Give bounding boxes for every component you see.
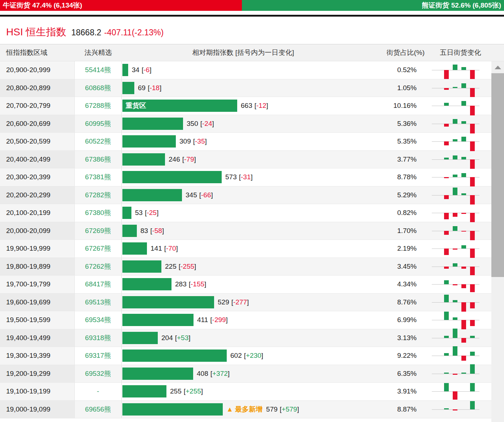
table-body: 20,900-20,999 55414熊 34 [-6] 0.52% 20,80… [0, 61, 504, 418]
range-label: 20,900-20,999 [6, 66, 51, 74]
change-number: -70 [166, 245, 176, 252]
spark-bar-down [470, 284, 475, 292]
volume-change: [+372] [210, 370, 230, 378]
spark-bar-down [470, 88, 475, 97]
table-row: 20,100-20,199 67380熊 53 [-25] 0.82% [0, 204, 504, 222]
volume-value: 204 [161, 334, 173, 342]
code-link[interactable]: 60868熊 [85, 83, 111, 93]
header-pct: 街货占比(%) [365, 48, 430, 57]
range-cell: 20,600-20,699 [0, 115, 75, 133]
change-number: -79 [184, 155, 194, 163]
spark-bar-down [461, 284, 466, 288]
spark-bar-up [453, 87, 457, 88]
range-label: 20,200-20,299 [6, 191, 51, 199]
spark-bar-down [461, 213, 466, 214]
range-cell: 19,600-19,699 [0, 294, 75, 311]
five-day-sparkline [432, 186, 479, 204]
bar-cell: 255 [+255] [122, 383, 365, 400]
spark-bar-up [444, 158, 449, 159]
code-link[interactable]: 67267熊 [85, 244, 111, 253]
range-label: 20,800-20,899 [6, 84, 51, 92]
spark-bar-up [461, 137, 466, 141]
index-change: -407.11(-2.13%) [104, 28, 164, 38]
spark-bar-down [444, 195, 449, 199]
five-day-sparkline [432, 61, 479, 79]
code-link[interactable]: 68417熊 [85, 280, 111, 289]
pct-value: 5.36% [397, 120, 417, 128]
table-row: 20,600-20,699 60995熊 350 [-24] 5.36% [0, 115, 504, 133]
pct-value: 9.22% [397, 352, 417, 360]
code-link[interactable]: 69656熊 [85, 405, 111, 414]
change-number: -35 [195, 137, 205, 145]
volume-bar [122, 296, 214, 308]
spark-cell [430, 97, 491, 115]
spark-bar-up [453, 329, 457, 338]
code-cell: 67267熊 [75, 240, 122, 258]
volume-bar [122, 368, 193, 380]
code-link[interactable]: 69534熊 [85, 315, 111, 325]
pct-value: 3.77% [397, 155, 417, 163]
change-number: +255 [186, 387, 201, 395]
range-label: 20,400-20,499 [6, 155, 51, 163]
change-number: -31 [241, 173, 251, 181]
code-cell: 69318熊 [75, 329, 122, 347]
range-label: 19,600-19,699 [6, 298, 51, 306]
code-link[interactable]: 67380熊 [85, 208, 111, 217]
range-label: 20,600-20,699 [6, 120, 51, 128]
code-link[interactable]: 60522熊 [85, 137, 111, 146]
five-day-sparkline [432, 383, 479, 400]
code-link[interactable]: 69318熊 [85, 333, 111, 343]
code-link[interactable]: 67269熊 [85, 226, 111, 236]
range-cell: 20,200-20,299 [0, 186, 75, 204]
change-number: -66 [201, 191, 211, 199]
bull-street-volume: 牛证街货 47.4% (6,134张) [0, 0, 242, 11]
code-link[interactable]: 55414熊 [85, 65, 111, 75]
volume-bar [122, 189, 182, 201]
spark-bar-up [461, 121, 466, 124]
spark-bar-up [444, 312, 449, 320]
code-link[interactable]: 69513熊 [85, 298, 111, 307]
change-number: -299 [212, 316, 226, 324]
code-link[interactable]: 67262熊 [85, 262, 111, 271]
spark-bar-down [444, 141, 449, 145]
volume-value: 663 [241, 102, 252, 110]
spark-bar-down [444, 267, 449, 269]
code-link[interactable]: 60995熊 [85, 119, 111, 128]
pct-cell: 2.19% [365, 240, 430, 258]
volume-change: [+53] [175, 334, 191, 342]
table-row: 19,800-19,899 67262熊 225 [-255] 3.45% [0, 258, 504, 276]
heavy-zone-label: 重货区 [122, 101, 146, 110]
range-label: 19,800-19,899 [6, 263, 51, 271]
volume-bar [122, 332, 158, 344]
code-link[interactable]: 67381熊 [85, 172, 111, 182]
scrollbar-thumb[interactable] [491, 73, 504, 277]
code-link[interactable]: 69532熊 [85, 369, 111, 378]
volume-change: [-255] [179, 263, 196, 271]
pct-cell: 5.29% [365, 186, 430, 204]
code-cell: 67282熊 [75, 186, 122, 204]
vertical-scrollbar[interactable] [491, 61, 504, 422]
code-link[interactable]: 67288熊 [85, 101, 111, 110]
table-row: 19,500-19,599 69534熊 411 [-299] 6.99% [0, 311, 504, 329]
change-number: +579 [282, 405, 297, 413]
five-day-sparkline [432, 115, 479, 133]
code-cell: - [75, 383, 122, 400]
range-label: 20,700-20,799 [6, 102, 51, 110]
volume-value: 225 [165, 263, 177, 271]
volume-value: 53 [135, 209, 143, 217]
spark-bar-down [444, 124, 449, 127]
code-link[interactable]: 69317熊 [85, 351, 111, 360]
volume-value: 83 [140, 227, 148, 235]
table-row: 20,700-20,799 67288熊 重货区 663 [-12] 10.16… [0, 97, 504, 115]
code-link: - [97, 387, 99, 395]
volume-change: [-70] [164, 245, 178, 252]
scroll-up-button[interactable] [491, 61, 504, 73]
spark-bar-up [453, 175, 457, 177]
volume-bar [122, 82, 134, 94]
range-cell: 19,000-19,099 [0, 401, 75, 418]
volume-change: [-18] [148, 84, 161, 92]
code-link[interactable]: 67282熊 [85, 190, 111, 200]
code-link[interactable]: 67386熊 [85, 155, 111, 164]
spark-bar-down [470, 70, 475, 79]
five-day-sparkline [432, 258, 479, 276]
